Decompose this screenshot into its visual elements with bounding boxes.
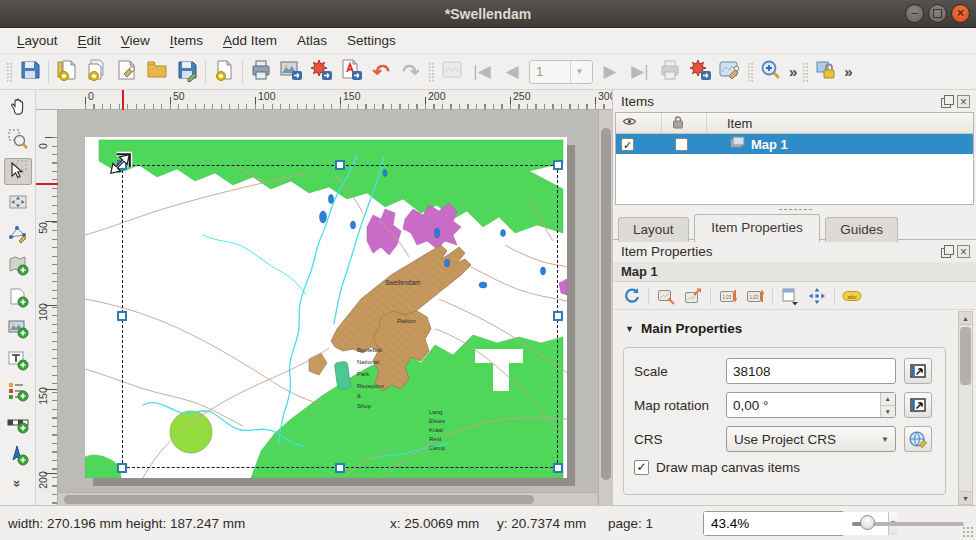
atlas-settings-button[interactable] — [715, 57, 745, 87]
crs-select-button[interactable] — [904, 426, 932, 452]
items-panel-float-button[interactable] — [940, 95, 953, 108]
lock-items-button[interactable] — [811, 57, 841, 87]
zoom-slider[interactable] — [852, 511, 964, 536]
zoom-toolbar-overflow[interactable]: » — [786, 63, 800, 80]
select-move-item-button[interactable] — [4, 158, 32, 185]
scale-field[interactable] — [726, 358, 896, 384]
add-picture-button[interactable] — [4, 316, 32, 343]
move-map-content-button[interactable] — [805, 284, 829, 308]
close-button[interactable]: × — [951, 4, 970, 23]
resize-grip[interactable] — [962, 526, 974, 538]
export-pdf-button[interactable] — [336, 57, 366, 87]
item-properties-float-button[interactable] — [940, 245, 953, 258]
tab-layout[interactable]: Layout — [618, 217, 689, 242]
items-panel-close-button[interactable]: × — [957, 95, 970, 108]
resize-handle-s[interactable] — [335, 463, 345, 473]
set-map-extent-button[interactable] — [654, 284, 678, 308]
preview-atlas-button[interactable] — [437, 57, 467, 87]
menu-view[interactable]: View — [112, 30, 159, 51]
layout-canvas[interactable]: Swellendam Railton Bontebok National Par… — [58, 110, 612, 505]
add-north-arrow-button[interactable] — [4, 443, 32, 470]
previous-feature-button[interactable]: ◀ — [497, 57, 527, 87]
export-image-button[interactable] — [276, 57, 306, 87]
draw-canvas-items-row[interactable]: ✓ Draw map canvas items — [634, 460, 937, 475]
scrollbar-thumb[interactable] — [64, 495, 534, 504]
edit-nodes-item-button[interactable] — [4, 221, 32, 248]
zoom-tool-button[interactable] — [4, 127, 32, 154]
set-map-scale-button[interactable]: 1:23 — [716, 284, 740, 308]
resize-handle-n[interactable] — [335, 160, 345, 170]
crs-combobox[interactable]: Use Project CRS ▼ — [726, 426, 896, 452]
map-rotation-input[interactable] — [727, 398, 880, 413]
duplicate-layout-button[interactable] — [82, 57, 112, 87]
print-button[interactable] — [246, 57, 276, 87]
pan-tool-button[interactable] — [4, 95, 32, 122]
toolbar-grip[interactable] — [747, 62, 754, 82]
scrollbar-thumb[interactable] — [960, 327, 971, 385]
last-feature-button[interactable]: ▶| — [625, 57, 655, 87]
add-legend-button[interactable] — [4, 379, 32, 406]
scale-data-defined-button[interactable] — [904, 358, 932, 384]
labeling-settings-button[interactable]: abc — [840, 284, 864, 308]
toolbar-grip[interactable] — [802, 62, 809, 82]
resize-handle-e[interactable] — [553, 311, 563, 321]
main-properties-section[interactable]: ▼ Main Properties — [625, 321, 976, 336]
rotation-data-defined-button[interactable] — [904, 392, 932, 418]
draw-canvas-items-checkbox[interactable]: ✓ — [634, 460, 649, 475]
resize-handle-sw[interactable] — [117, 463, 127, 473]
export-svg-button[interactable] — [306, 57, 336, 87]
new-layout-button[interactable] — [52, 57, 82, 87]
tab-guides[interactable]: Guides — [825, 217, 898, 242]
first-feature-button[interactable]: |◀ — [467, 57, 497, 87]
refresh-map-button[interactable] — [619, 284, 643, 308]
tab-item-properties[interactable]: Item Properties — [694, 214, 820, 242]
menu-add-item[interactable]: Add Item — [214, 30, 286, 51]
item-properties-close-button[interactable]: × — [957, 245, 970, 258]
lock-checkbox[interactable] — [675, 138, 688, 151]
canvas-horizontal-scrollbar[interactable] — [58, 492, 597, 505]
layout-page[interactable]: Swellendam Railton Bontebok National Par… — [85, 137, 567, 478]
zoom-in-button[interactable] — [756, 57, 786, 87]
lock-toolbar-overflow[interactable]: » — [841, 63, 855, 80]
scrollbar-thumb[interactable] — [601, 128, 611, 480]
add-3d-map-button[interactable] — [4, 285, 32, 312]
menu-atlas[interactable]: Atlas — [288, 30, 336, 51]
canvas-vertical-scrollbar[interactable] — [598, 110, 612, 505]
next-feature-button[interactable]: ▶ — [595, 57, 625, 87]
menu-items[interactable]: Items — [161, 30, 212, 51]
print-atlas-button[interactable] — [655, 57, 685, 87]
layout-manager-button[interactable] — [112, 57, 142, 87]
slider-handle[interactable] — [860, 515, 875, 530]
minimize-button[interactable]: – — [905, 4, 924, 23]
visibility-checkbox[interactable]: ✓ — [621, 138, 634, 151]
view-extent-in-canvas-button[interactable] — [681, 284, 705, 308]
add-label-button[interactable] — [4, 348, 32, 375]
add-map-button[interactable] — [4, 253, 32, 280]
zoom-level-combo[interactable]: ▼ — [703, 511, 845, 536]
items-list-row-map1[interactable]: ✓ Map 1 — [616, 134, 973, 154]
map-rotation-field[interactable]: ▲ ▼ — [726, 392, 896, 418]
resize-handle-se[interactable] — [553, 463, 563, 473]
atlas-page-combo[interactable]: ▼ — [529, 60, 593, 84]
map-item-selection[interactable] — [122, 165, 558, 468]
atlas-page-input[interactable] — [530, 64, 570, 79]
menu-edit[interactable]: Edit — [69, 30, 110, 51]
maximize-button[interactable] — [928, 4, 947, 23]
spin-buttons[interactable]: ▲ ▼ — [880, 393, 895, 417]
save-project-button[interactable] — [15, 57, 45, 87]
resize-handle-w[interactable] — [117, 311, 127, 321]
add-scalebar-button[interactable] — [4, 411, 32, 438]
set-canvas-scale-button[interactable]: 1:23 — [743, 284, 767, 308]
scale-input[interactable] — [727, 364, 895, 379]
menu-layout[interactable]: Layout — [8, 30, 67, 51]
toolbar-grip[interactable] — [428, 62, 435, 82]
resize-handle-ne[interactable] — [553, 160, 563, 170]
edit-map-extent-button[interactable] — [778, 284, 802, 308]
toolbar-grip[interactable] — [6, 62, 13, 82]
save-as-template-button[interactable] — [172, 57, 202, 87]
undo-button[interactable]: ↶ — [366, 57, 396, 87]
open-template-button[interactable] — [142, 57, 172, 87]
atlas-page-dropdown[interactable]: ▼ — [570, 61, 588, 83]
redo-button[interactable]: ↷ — [396, 57, 426, 87]
menu-settings[interactable]: Settings — [338, 30, 405, 51]
